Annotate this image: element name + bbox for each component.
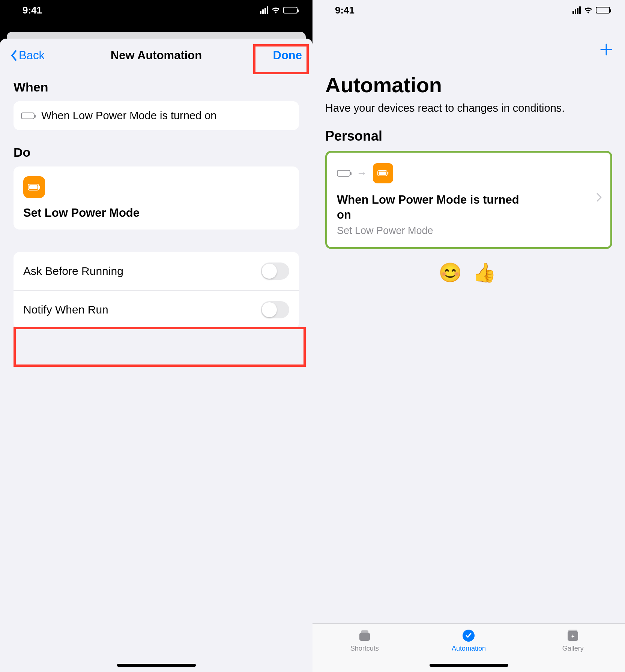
status-time: 9:41	[23, 4, 42, 16]
svg-rect-9	[361, 630, 368, 634]
add-automation-button[interactable]	[599, 40, 614, 61]
notify-when-run-label: Notify When Run	[23, 303, 108, 316]
back-label: Back	[19, 49, 45, 62]
tab-automation-label: Automation	[452, 645, 486, 652]
wifi-icon	[584, 7, 593, 14]
personal-section-header: Personal	[312, 128, 625, 151]
nav-bar: Back New Automation Done	[0, 39, 312, 72]
sheet-backdrop: Back New Automation Done When When Low P…	[0, 32, 312, 672]
tab-shortcuts-label: Shortcuts	[350, 645, 379, 652]
svg-rect-7	[387, 172, 388, 175]
gallery-icon: ✦	[565, 628, 581, 643]
when-trigger-card[interactable]: When Low Power Mode is turned on	[14, 101, 299, 130]
automation-icon	[460, 628, 477, 643]
svg-rect-12	[568, 630, 577, 633]
low-power-action-icon	[23, 176, 45, 198]
status-time: 9:41	[335, 4, 355, 16]
nav-title: New Automation	[111, 49, 202, 62]
automation-item-subtitle: Set Low Power Mode	[337, 225, 601, 237]
battery-icon	[283, 7, 297, 14]
svg-rect-6	[379, 172, 386, 175]
status-bar: 9:41	[312, 0, 625, 20]
tab-shortcuts[interactable]: Shortcuts	[335, 628, 395, 652]
low-battery-icon	[21, 112, 35, 119]
do-header: Do	[0, 130, 312, 166]
do-action-text: Set Low Power Mode	[23, 206, 289, 220]
page-subtitle: Have your devices react to changes in co…	[312, 101, 625, 128]
arrow-right-icon: →	[356, 167, 367, 179]
options-card: Ask Before Running Notify When Run	[14, 252, 299, 329]
automation-item-title: When Low Power Mode is turned on	[337, 192, 532, 223]
cellular-icon	[572, 6, 581, 14]
home-indicator[interactable]	[430, 664, 508, 667]
background-sheet-peek	[7, 32, 306, 39]
ask-before-running-toggle[interactable]	[261, 262, 289, 280]
tab-automation[interactable]: Automation	[439, 628, 499, 652]
chevron-right-icon	[596, 192, 602, 202]
tab-gallery-label: Gallery	[562, 645, 584, 652]
status-indicators	[260, 6, 297, 14]
automation-item[interactable]: → When Low Power Mode is turned on Set L…	[325, 151, 612, 249]
wifi-icon	[271, 7, 280, 14]
left-phone-screen: 9:41 Back New Automation Done When W	[0, 0, 312, 672]
ask-before-running-label: Ask Before Running	[23, 265, 123, 278]
chevron-left-icon	[11, 50, 17, 61]
low-power-action-icon	[373, 163, 393, 183]
when-header: When	[0, 72, 312, 101]
notify-when-run-toggle[interactable]	[261, 301, 289, 318]
cellular-icon	[260, 6, 268, 14]
new-automation-sheet: Back New Automation Done When When Low P…	[0, 39, 312, 672]
svg-text:✦: ✦	[571, 633, 575, 639]
do-action-card[interactable]: Set Low Power Mode	[14, 166, 299, 230]
low-battery-icon	[337, 170, 350, 177]
svg-rect-2	[39, 186, 40, 189]
right-phone-screen: 9:41 Automation Have your devices react …	[312, 0, 625, 672]
notify-when-run-row: Notify When Run	[14, 290, 299, 329]
svg-rect-1	[29, 185, 38, 189]
status-bar: 9:41	[0, 0, 312, 20]
emoji-decoration: 😊 👍	[312, 249, 625, 296]
plus-icon	[599, 42, 614, 57]
home-indicator[interactable]	[117, 664, 196, 667]
tab-gallery[interactable]: ✦ Gallery	[543, 628, 603, 652]
ask-before-running-row: Ask Before Running	[14, 252, 299, 290]
back-button[interactable]: Back	[11, 49, 45, 62]
done-button[interactable]: Done	[273, 49, 302, 62]
automation-item-icons: →	[337, 163, 601, 183]
status-indicators	[572, 6, 610, 14]
page-title: Automation	[312, 20, 625, 101]
shortcuts-icon	[356, 628, 373, 643]
when-trigger-text: When Low Power Mode is turned on	[41, 110, 216, 122]
battery-icon	[596, 7, 610, 14]
